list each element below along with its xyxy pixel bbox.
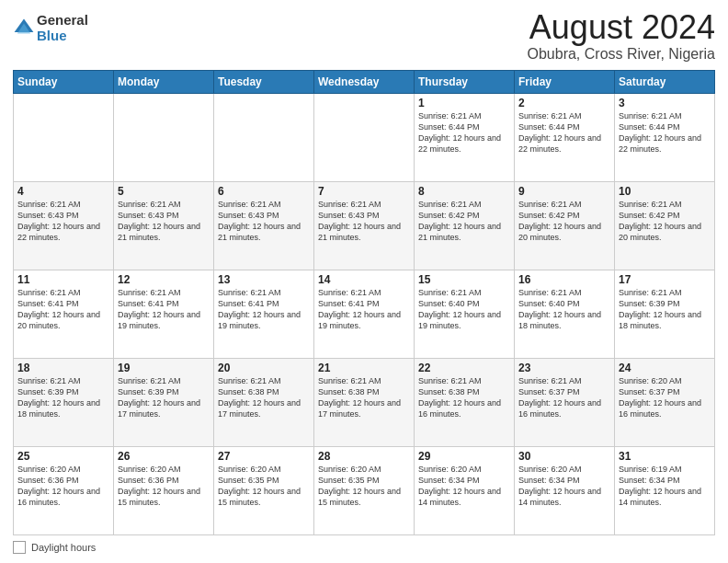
day-info: Sunrise: 6:21 AM Sunset: 6:44 PM Dayligh… [619,110,711,155]
logo-general: General [37,13,88,29]
day-number: 16 [518,273,610,286]
day-number: 17 [619,273,711,286]
calendar-cell: 9Sunrise: 6:21 AM Sunset: 6:42 PM Daylig… [515,181,615,270]
day-info: Sunrise: 6:21 AM Sunset: 6:40 PM Dayligh… [418,287,510,332]
calendar-cell: 5Sunrise: 6:21 AM Sunset: 6:43 PM Daylig… [114,181,214,270]
day-number: 11 [17,273,109,286]
weekday-header: Thursday [415,70,515,93]
calendar-cell: 18Sunrise: 6:21 AM Sunset: 6:39 PM Dayli… [14,358,114,446]
day-number: 12 [118,273,210,286]
calendar-cell: 20Sunrise: 6:21 AM Sunset: 6:38 PM Dayli… [214,358,314,446]
calendar-cell: 14Sunrise: 6:21 AM Sunset: 6:41 PM Dayli… [314,270,415,358]
day-info: Sunrise: 6:20 AM Sunset: 6:34 PM Dayligh… [518,464,610,509]
day-info: Sunrise: 6:21 AM Sunset: 6:43 PM Dayligh… [17,199,109,244]
day-info: Sunrise: 6:20 AM Sunset: 6:35 PM Dayligh… [218,464,310,509]
day-info: Sunrise: 6:21 AM Sunset: 6:41 PM Dayligh… [118,287,210,332]
logo-text: General Blue [37,13,88,43]
header: General Blue August 2024 Obubra, Cross R… [13,9,715,63]
calendar-week-row: 18Sunrise: 6:21 AM Sunset: 6:39 PM Dayli… [14,358,715,446]
day-info: Sunrise: 6:21 AM Sunset: 6:38 PM Dayligh… [418,375,510,420]
day-info: Sunrise: 6:20 AM Sunset: 6:37 PM Dayligh… [619,375,711,420]
day-info: Sunrise: 6:21 AM Sunset: 6:42 PM Dayligh… [418,199,510,244]
calendar-cell: 26Sunrise: 6:20 AM Sunset: 6:36 PM Dayli… [114,446,214,534]
day-number: 5 [118,185,210,198]
day-number: 20 [218,362,310,374]
calendar-cell [214,93,314,181]
logo-icon [13,17,35,40]
day-number: 21 [318,362,410,374]
calendar-week-row: 11Sunrise: 6:21 AM Sunset: 6:41 PM Dayli… [14,270,715,358]
calendar-cell: 11Sunrise: 6:21 AM Sunset: 6:41 PM Dayli… [14,270,114,358]
calendar-header-row: SundayMondayTuesdayWednesdayThursdayFrid… [14,70,715,93]
calendar-cell: 24Sunrise: 6:20 AM Sunset: 6:37 PM Dayli… [615,358,715,446]
day-number: 25 [17,450,109,463]
footer: Daylight hours [13,541,715,554]
day-number: 10 [619,185,711,198]
day-info: Sunrise: 6:20 AM Sunset: 6:34 PM Dayligh… [418,464,510,509]
weekday-header: Tuesday [214,70,314,93]
day-number: 13 [218,273,310,286]
day-number: 14 [318,273,410,286]
day-info: Sunrise: 6:21 AM Sunset: 6:44 PM Dayligh… [518,110,610,155]
calendar-cell: 16Sunrise: 6:21 AM Sunset: 6:40 PM Dayli… [515,270,615,358]
calendar-cell: 19Sunrise: 6:21 AM Sunset: 6:39 PM Dayli… [114,358,214,446]
footer-label: Daylight hours [31,542,96,553]
calendar-cell: 12Sunrise: 6:21 AM Sunset: 6:41 PM Dayli… [114,270,214,358]
day-number: 8 [418,185,510,198]
calendar-cell [314,93,415,181]
calendar-cell [114,93,214,181]
calendar-cell: 1Sunrise: 6:21 AM Sunset: 6:44 PM Daylig… [415,93,515,181]
day-info: Sunrise: 6:21 AM Sunset: 6:37 PM Dayligh… [518,375,610,420]
day-number: 9 [518,185,610,198]
calendar-cell: 23Sunrise: 6:21 AM Sunset: 6:37 PM Dayli… [515,358,615,446]
calendar-cell: 28Sunrise: 6:20 AM Sunset: 6:35 PM Dayli… [314,446,415,534]
calendar-table: SundayMondayTuesdayWednesdayThursdayFrid… [13,70,715,535]
day-info: Sunrise: 6:20 AM Sunset: 6:35 PM Dayligh… [318,464,410,509]
day-number: 7 [318,185,410,198]
day-info: Sunrise: 6:21 AM Sunset: 6:38 PM Dayligh… [218,375,310,420]
calendar-cell: 22Sunrise: 6:21 AM Sunset: 6:38 PM Dayli… [415,358,515,446]
calendar-week-row: 1Sunrise: 6:21 AM Sunset: 6:44 PM Daylig… [14,93,715,181]
day-number: 3 [619,97,711,109]
day-number: 30 [518,450,610,463]
page: General Blue August 2024 Obubra, Cross R… [0,0,728,563]
calendar-cell: 2Sunrise: 6:21 AM Sunset: 6:44 PM Daylig… [515,93,615,181]
footer-box [13,541,26,554]
day-number: 31 [619,450,711,463]
day-info: Sunrise: 6:21 AM Sunset: 6:38 PM Dayligh… [318,375,410,420]
day-number: 18 [17,362,109,374]
day-info: Sunrise: 6:20 AM Sunset: 6:36 PM Dayligh… [118,464,210,509]
day-info: Sunrise: 6:21 AM Sunset: 6:44 PM Dayligh… [418,110,510,155]
day-number: 19 [118,362,210,374]
day-number: 2 [518,97,610,109]
day-number: 4 [17,185,109,198]
day-number: 28 [318,450,410,463]
day-number: 23 [518,362,610,374]
weekday-header: Friday [515,70,615,93]
calendar-cell: 21Sunrise: 6:21 AM Sunset: 6:38 PM Dayli… [314,358,415,446]
day-info: Sunrise: 6:21 AM Sunset: 6:42 PM Dayligh… [619,199,711,244]
day-info: Sunrise: 6:21 AM Sunset: 6:43 PM Dayligh… [118,199,210,244]
day-number: 6 [218,185,310,198]
calendar-cell: 27Sunrise: 6:20 AM Sunset: 6:35 PM Dayli… [214,446,314,534]
weekday-header: Saturday [615,70,715,93]
day-number: 27 [218,450,310,463]
day-info: Sunrise: 6:21 AM Sunset: 6:39 PM Dayligh… [17,375,109,420]
calendar-cell: 31Sunrise: 6:19 AM Sunset: 6:34 PM Dayli… [615,446,715,534]
day-info: Sunrise: 6:21 AM Sunset: 6:40 PM Dayligh… [518,287,610,332]
calendar-cell: 6Sunrise: 6:21 AM Sunset: 6:43 PM Daylig… [214,181,314,270]
calendar-cell [14,93,114,181]
day-info: Sunrise: 6:21 AM Sunset: 6:39 PM Dayligh… [619,287,711,332]
calendar-cell: 25Sunrise: 6:20 AM Sunset: 6:36 PM Dayli… [14,446,114,534]
day-info: Sunrise: 6:21 AM Sunset: 6:41 PM Dayligh… [318,287,410,332]
calendar-cell: 3Sunrise: 6:21 AM Sunset: 6:44 PM Daylig… [615,93,715,181]
day-info: Sunrise: 6:20 AM Sunset: 6:36 PM Dayligh… [17,464,109,509]
calendar-cell: 17Sunrise: 6:21 AM Sunset: 6:39 PM Dayli… [615,270,715,358]
day-number: 24 [619,362,711,374]
day-number: 29 [418,450,510,463]
calendar-cell: 13Sunrise: 6:21 AM Sunset: 6:41 PM Dayli… [214,270,314,358]
day-number: 1 [418,97,510,109]
day-info: Sunrise: 6:21 AM Sunset: 6:41 PM Dayligh… [218,287,310,332]
day-info: Sunrise: 6:21 AM Sunset: 6:39 PM Dayligh… [118,375,210,420]
logo-blue: Blue [37,29,88,44]
